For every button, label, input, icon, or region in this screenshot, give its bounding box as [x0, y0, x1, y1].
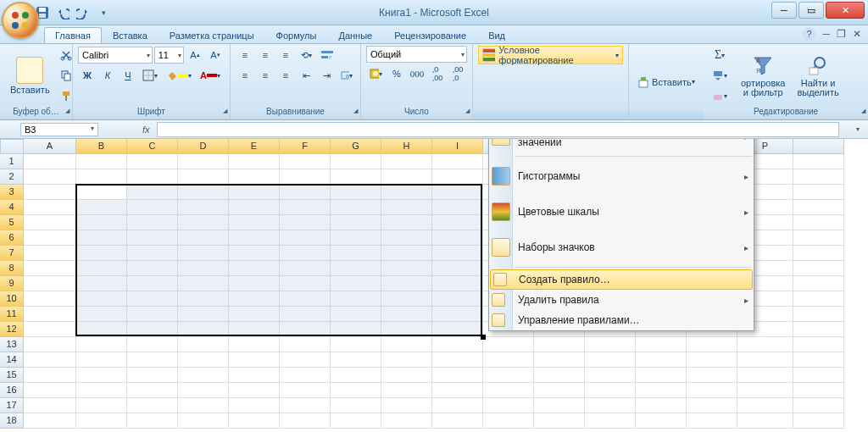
cell[interactable]: [432, 413, 483, 429]
row-header[interactable]: 2: [0, 169, 24, 185]
align-right-button[interactable]: ≡: [276, 66, 295, 85]
cell[interactable]: [737, 413, 793, 429]
cell[interactable]: [24, 368, 76, 383]
cell[interactable]: [280, 368, 331, 383]
qat-customize[interactable]: ▾: [95, 4, 112, 21]
minimize-button[interactable]: ─: [771, 2, 797, 19]
cell[interactable]: [585, 368, 636, 383]
fill-button[interactable]: ▾: [709, 66, 731, 85]
cell[interactable]: [432, 307, 483, 322]
find-select-button[interactable]: Найти и выделить: [792, 46, 843, 106]
cell[interactable]: [127, 413, 178, 429]
cell[interactable]: [793, 230, 844, 246]
cell[interactable]: [127, 383, 178, 398]
cell[interactable]: [585, 383, 636, 398]
cell[interactable]: [381, 230, 432, 246]
cell[interactable]: [280, 169, 331, 185]
cell[interactable]: [793, 185, 844, 200]
row-header[interactable]: 6: [0, 230, 24, 246]
formula-input[interactable]: [157, 122, 839, 137]
doc-close[interactable]: ✕: [853, 28, 861, 40]
cell[interactable]: [127, 215, 178, 230]
cell[interactable]: [229, 368, 280, 383]
row-header[interactable]: 15: [0, 368, 24, 383]
bold-button[interactable]: Ж: [78, 66, 97, 85]
italic-button[interactable]: К: [98, 66, 117, 85]
cell[interactable]: [280, 383, 331, 398]
cell[interactable]: [229, 383, 280, 398]
cell[interactable]: [280, 261, 331, 276]
cell[interactable]: [178, 230, 229, 246]
cell[interactable]: [793, 200, 844, 215]
cell[interactable]: [24, 307, 76, 322]
increase-decimal-button[interactable]: ,0,00: [428, 64, 447, 83]
cell[interactable]: [432, 200, 483, 215]
column-header[interactable]: D: [178, 139, 229, 154]
increase-indent-button[interactable]: ⇥: [317, 66, 336, 85]
cell[interactable]: [432, 398, 483, 413]
cell[interactable]: [178, 337, 229, 352]
cell[interactable]: [24, 383, 76, 398]
clear-button[interactable]: ▾: [709, 86, 731, 105]
cell[interactable]: [280, 200, 331, 215]
cell[interactable]: [432, 246, 483, 261]
row-header[interactable]: 9: [0, 276, 24, 291]
font-size-combo[interactable]: 11▾: [154, 47, 184, 64]
cell[interactable]: [280, 276, 331, 291]
cell[interactable]: [178, 291, 229, 307]
cell[interactable]: [229, 291, 280, 307]
menu-icon-sets[interactable]: Наборы значков▸: [489, 230, 754, 265]
cell[interactable]: [636, 368, 687, 383]
cell[interactable]: [76, 352, 127, 368]
row-header[interactable]: 17: [0, 398, 24, 413]
fill-color-button[interactable]: ▾: [163, 66, 195, 85]
cell[interactable]: [76, 200, 127, 215]
doc-minimize[interactable]: ─: [822, 28, 830, 40]
comma-button[interactable]: 000: [408, 64, 426, 83]
cell[interactable]: [127, 185, 178, 200]
cell[interactable]: [381, 154, 432, 169]
cell[interactable]: [127, 291, 178, 307]
align-top-button[interactable]: ≡: [236, 46, 254, 64]
merge-center-button[interactable]: a▾: [337, 66, 356, 85]
doc-restore[interactable]: ❐: [837, 28, 846, 40]
cell[interactable]: [280, 398, 331, 413]
currency-button[interactable]: ▾: [366, 64, 386, 83]
column-header[interactable]: F: [280, 139, 331, 154]
cell[interactable]: [585, 398, 636, 413]
cell[interactable]: [483, 352, 534, 368]
cell[interactable]: [793, 215, 844, 230]
cell[interactable]: [178, 276, 229, 291]
cell[interactable]: [229, 398, 280, 413]
cell[interactable]: [432, 291, 483, 307]
row-header[interactable]: 12: [0, 322, 24, 337]
cell[interactable]: [432, 261, 483, 276]
row-header[interactable]: 8: [0, 261, 24, 276]
cell[interactable]: [127, 337, 178, 352]
column-header[interactable]: [793, 139, 844, 154]
cell[interactable]: [127, 169, 178, 185]
cell[interactable]: [24, 276, 76, 291]
cell[interactable]: [178, 215, 229, 230]
cell[interactable]: [793, 383, 844, 398]
tab-review[interactable]: Рецензирование: [383, 27, 477, 43]
cell[interactable]: [24, 291, 76, 307]
cell[interactable]: [432, 352, 483, 368]
menu-top-bottom-rules[interactable]: Правила отбора первых и последних значен…: [489, 139, 754, 154]
cell[interactable]: [793, 337, 844, 352]
cell[interactable]: [76, 291, 127, 307]
cell[interactable]: [793, 398, 844, 413]
cell[interactable]: [331, 200, 381, 215]
menu-data-bars[interactable]: Гистограммы▸: [489, 158, 754, 194]
cell[interactable]: [331, 291, 381, 307]
orientation-button[interactable]: ⟲▾: [297, 46, 315, 64]
insert-cells-button[interactable]: Вставить▾: [634, 46, 698, 118]
cell[interactable]: [381, 307, 432, 322]
cell[interactable]: [687, 383, 737, 398]
cell[interactable]: [331, 261, 381, 276]
cell[interactable]: [793, 261, 844, 276]
cell[interactable]: [229, 413, 280, 429]
cell[interactable]: [229, 230, 280, 246]
cell[interactable]: [331, 307, 381, 322]
cell[interactable]: [76, 276, 127, 291]
